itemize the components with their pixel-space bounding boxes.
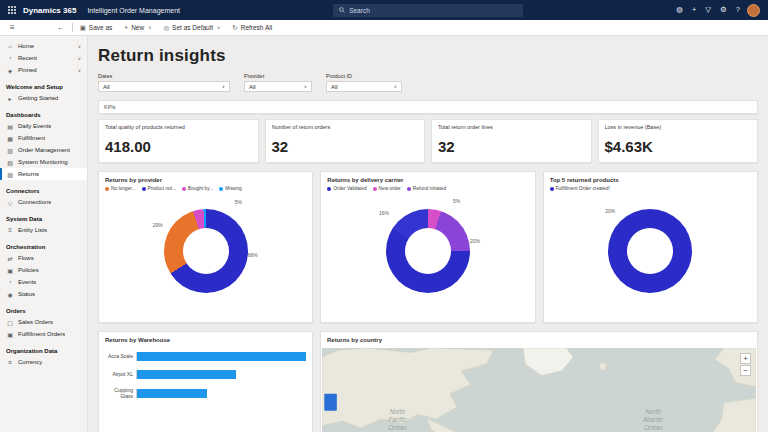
sidebar-item-home[interactable]: ⌂Home∨ [0, 40, 87, 52]
legend-label: Missing [225, 186, 241, 191]
filter-icon[interactable]: ▽ [705, 6, 711, 14]
kpi-section-header[interactable]: KPIs [98, 100, 758, 114]
zoom-out-button[interactable]: − [740, 365, 751, 376]
sidebar-item-system-monitoring[interactable]: ▧System Monitoring [0, 156, 87, 168]
legend-label: Product not... [148, 186, 177, 191]
sidebar-item-label: Currency [18, 359, 42, 365]
kpi-value: $4.63K [605, 138, 752, 155]
sidebar-item-policies[interactable]: ▣Policies [0, 264, 87, 276]
pin-icon: ◈ [6, 67, 14, 74]
sales-orders-icon: ▢ [6, 319, 14, 326]
command-refresh-all[interactable]: ↻Refresh All [232, 24, 272, 32]
chart-title: Top 5 returned products [550, 177, 751, 183]
kpi-value: 418.00 [105, 138, 252, 155]
sidebar-item-label: System Monitoring [18, 159, 68, 165]
sidebar-item-getting-started[interactable]: ▸Getting Started [0, 92, 87, 104]
legend-label: Fulfillment Order created! [556, 186, 610, 191]
sidebar-item-pinned[interactable]: ◈Pinned∨ [0, 64, 87, 76]
sidebar-item-fulfillment-orders[interactable]: ▣Fulfillment Orders [0, 328, 87, 340]
legend-label: Bought by... [188, 186, 213, 191]
chevron-down-icon: ∨ [217, 25, 220, 30]
add-icon[interactable]: + [692, 6, 696, 14]
flows-icon: ⇄ [6, 255, 14, 262]
command-set-as-default[interactable]: ◎Set as Default∨ [163, 24, 220, 32]
hamburger-menu-icon[interactable]: ≡ [10, 23, 15, 32]
app-top-bar: Dynamics 365 Intelligent Order Managemen… [0, 0, 768, 20]
command-label: Save as [89, 24, 113, 31]
sidebar-group-title: Connectors [0, 180, 87, 196]
map-canvas[interactable]: North Pacific Ocean North Atlantic Ocean… [322, 348, 756, 432]
currency-icon: ¤ [6, 359, 14, 365]
sidebar-item-currency[interactable]: ¤Currency [0, 356, 87, 368]
dashboard-icon: ▨ [6, 171, 14, 178]
kpi-card-loss-in-revenue-base: Loss in revenue (Base)$4.63K [598, 119, 759, 163]
waffle-menu-icon[interactable] [8, 6, 16, 14]
sidebar-item-entity-lists[interactable]: ≡Entity Lists [0, 224, 87, 236]
sidebar-item-label: Daily Events [18, 123, 51, 129]
kpi-value: 32 [438, 138, 585, 155]
kpi-label: Loss in revenue (Base) [605, 124, 752, 130]
chart-title: Returns by delivery carrier [327, 177, 528, 183]
kpi-card-total-return-order-lines: Total return order lines32 [431, 119, 592, 163]
bar [137, 370, 236, 379]
site-navigation-sidebar: ⌂Home∨◔Recent∨◈Pinned∨Welcome and Setup▸… [0, 36, 88, 432]
legend-label: No longer... [111, 186, 136, 191]
kpi-label: Total return order lines [438, 124, 585, 130]
command-new[interactable]: +New∨ [124, 24, 151, 31]
sidebar-item-recent[interactable]: ◔Recent∨ [0, 52, 87, 64]
data-label: 20% [470, 238, 480, 244]
sidebar-item-flows[interactable]: ⇄Flows [0, 252, 87, 264]
legend-item: Bought by... [182, 186, 213, 191]
bar-track [136, 370, 306, 379]
sidebar-group-title: Dashboards [0, 104, 87, 120]
filter-label: Dates [98, 73, 230, 79]
chart-title: Returns by provider [105, 177, 306, 183]
filter-product-id: Product IDAll∨ [326, 73, 402, 92]
sidebar-item-label: Home [18, 43, 34, 49]
sidebar-item-connections[interactable]: ◇Connections [0, 196, 87, 208]
back-button[interactable]: ← [57, 23, 65, 32]
filter-dropdown-dates[interactable]: All∨ [98, 81, 230, 92]
page-title: Return insights [98, 46, 758, 66]
refresh-icon: ↻ [232, 24, 237, 32]
help-icon[interactable]: ? [736, 6, 740, 14]
filter-provider: ProviderAll∨ [244, 73, 312, 92]
command-label: Set as Default [172, 24, 213, 31]
sidebar-item-daily-events[interactable]: ▤Daily Events [0, 120, 87, 132]
kpi-cards-row: Total quality of products returned418.00… [98, 119, 758, 163]
legend-label: Refund initiated [413, 186, 446, 191]
filter-dropdown-product-id[interactable]: All∨ [326, 81, 402, 92]
ocean-label: Pacific [388, 416, 407, 423]
sidebar-item-returns[interactable]: ▨Returns [0, 168, 87, 180]
legend-dot [373, 187, 377, 191]
sidebar-item-sales-orders[interactable]: ▢Sales Orders [0, 316, 87, 328]
sidebar-item-status[interactable]: ◉Status [0, 288, 87, 300]
highlighted-country[interactable] [324, 394, 337, 411]
filter-dates: DatesAll∨ [98, 73, 230, 92]
quick-launch-icon[interactable]: ◍ [676, 6, 683, 14]
data-label: 16% [379, 210, 389, 216]
bar-row: Cupping Glass [105, 388, 306, 400]
app-name: Intelligent Order Management [87, 7, 180, 14]
ocean-label: Atlantic [642, 416, 664, 423]
sidebar-item-events[interactable]: ◔Events [0, 276, 87, 288]
filter-dropdown-provider[interactable]: All∨ [244, 81, 312, 92]
command-buttons: ▣Save as+New∨◎Set as Default∨↻Refresh Al… [80, 24, 272, 32]
user-avatar[interactable] [747, 4, 760, 17]
sidebar-item-fulfillment[interactable]: ▦Fulfillment [0, 132, 87, 144]
command-save-as[interactable]: ▣Save as [80, 24, 113, 32]
search-icon [339, 7, 345, 13]
chart-card-returns-by-warehouse: Returns by Warehouse Acca ScaleAirpot XL… [98, 331, 313, 432]
bar-track [136, 389, 306, 398]
global-search-input[interactable]: Search [333, 4, 523, 17]
sidebar-item-order-management[interactable]: ▥Order Management [0, 144, 87, 156]
zoom-in-button[interactable]: + [740, 353, 751, 364]
legend-label: Order Validated [333, 186, 366, 191]
donut-chart: 20% [595, 196, 705, 306]
settings-icon[interactable]: ⚙ [720, 6, 727, 14]
bar-category-label: Airpot XL [105, 372, 133, 378]
chart-title: Returns by Warehouse [105, 337, 306, 343]
events-icon: ◔ [6, 279, 14, 285]
search-placeholder: Search [349, 7, 370, 14]
set-default-icon: ◎ [163, 24, 169, 32]
